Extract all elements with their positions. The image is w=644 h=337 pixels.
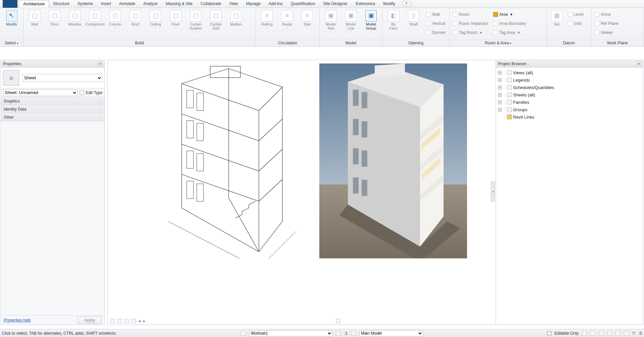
model-model-line-button[interactable]: ▣Model Line⌄ (341, 9, 361, 33)
tree-node-sheets-all-[interactable]: +⋮Sheets (all) (498, 91, 641, 98)
opening-dormer-button[interactable]: Dormer (425, 28, 447, 37)
tab-view[interactable]: View (225, 0, 242, 8)
properties-help-link[interactable]: Properties help (4, 318, 31, 323)
build-window-button[interactable]: ▢Window (65, 9, 85, 26)
filter-icon[interactable]: ▽ (632, 331, 635, 336)
tab-extensions[interactable]: Extensions (352, 0, 379, 8)
grid-button[interactable]: Grid (566, 19, 585, 28)
prop-category-graphics[interactable]: Graphics⌄ (1, 97, 104, 105)
type-selector[interactable]: Sheet (22, 74, 102, 82)
select-underlay-icon[interactable] (590, 331, 595, 336)
tree-node-views-all-[interactable]: +⋮Views (all) (498, 69, 641, 76)
show-workplane-button[interactable]: Show (593, 10, 620, 19)
crop-icon[interactable] (336, 319, 340, 323)
build-component-button[interactable]: ▢Component⌄ (85, 9, 105, 29)
area-button[interactable]: Area ▾ (492, 10, 527, 19)
tree-node-revit-links[interactable]: ⋮Revit Links (498, 113, 641, 121)
build-floor-button[interactable]: ▢Floor⌄ (166, 9, 185, 29)
edit-type-button[interactable]: Edit Type (80, 90, 102, 95)
tab-analyze[interactable]: Analyze (139, 0, 162, 8)
opening-vertical-button[interactable]: Vertical (425, 19, 447, 28)
tree-expand-icon[interactable]: + (498, 71, 502, 75)
tag-area-button[interactable]: Tag Area ▾ (492, 28, 527, 37)
room-button[interactable]: Room (452, 10, 490, 19)
level-button[interactable]: Level (566, 10, 585, 19)
instance-selector[interactable]: Sheet: Unnamed (3, 89, 78, 96)
tag-room-button[interactable]: Tag Room ▾ (452, 28, 490, 37)
tree-node-legends[interactable]: +⋮Legends (498, 76, 641, 84)
prop-category-other[interactable]: Other⌄ (1, 113, 104, 121)
tree-expand-icon[interactable] (498, 115, 502, 119)
tree-node-schedules-quantities[interactable]: +⋮Schedules/Quantities (498, 84, 641, 91)
tree-expand-icon[interactable]: + (498, 100, 502, 104)
build-ceiling-button[interactable]: ▢Ceiling⌄ (146, 9, 165, 29)
prop-category-identity[interactable]: Identity Data⌄ (1, 105, 104, 113)
group-label-select[interactable]: Select (1, 40, 22, 46)
datum-set-button[interactable]: ▦ Set (548, 9, 565, 26)
room-separator-button[interactable]: Room Separator (452, 19, 490, 28)
ref-plane-button[interactable]: Ref Plane (593, 19, 620, 28)
tab-quantification[interactable]: Quantification (286, 0, 319, 8)
tab-insert[interactable]: Insert (97, 0, 115, 8)
background-process-icon[interactable] (624, 331, 629, 336)
tree-expand-icon[interactable]: + (498, 78, 502, 82)
group-label-room-area[interactable]: Room & Area (451, 40, 545, 46)
visual-style-icon[interactable] (125, 319, 129, 323)
chevron-right-icon[interactable]: ▸ (143, 319, 145, 323)
tab-annotate[interactable]: Annotate (115, 0, 139, 8)
select-links-icon[interactable] (582, 331, 587, 336)
splitter-handle[interactable]: ◂ (491, 181, 495, 202)
tree-node-families[interactable]: +⋮Families (498, 98, 641, 106)
select-face-icon[interactable] (607, 331, 612, 336)
scale-icon[interactable] (110, 319, 115, 323)
detail-level-icon[interactable] (118, 319, 122, 323)
model-model-text-button[interactable]: ▣Model Text⌄ (321, 9, 340, 33)
build-column-button[interactable]: ▢Column⌄ (105, 9, 125, 29)
tab-massing-site[interactable]: Massing & Site (162, 0, 197, 8)
design-option-selector[interactable]: Main Model (359, 330, 423, 336)
build-wall-button[interactable]: ▢Wall⌄ (25, 9, 44, 29)
model-model-group-button[interactable]: ▣Model Group⌄ (361, 9, 381, 33)
build-mullion-button[interactable]: ▢Mullion (226, 9, 246, 26)
design-options-icon[interactable] (351, 331, 356, 336)
select-pinned-icon[interactable] (599, 331, 604, 336)
sun-path-icon[interactable] (132, 319, 136, 323)
build-curtain-system-button[interactable]: ▢Curtain System⌄ (186, 9, 205, 33)
tree-expand-icon[interactable]: + (498, 86, 502, 89)
workset-selector[interactable]: Workset1 (249, 330, 332, 336)
drag-elements-icon[interactable] (615, 331, 620, 336)
tree-node-groups[interactable]: +⋮Groups (498, 106, 641, 113)
opening-wall-button[interactable]: Wall (425, 10, 447, 19)
ribbon-display-options[interactable]: ▾ (402, 1, 411, 6)
tab-architecture[interactable]: Architecture (19, 0, 49, 8)
project-browser-close-icon[interactable]: ✕ (636, 61, 641, 66)
circ-railing-button[interactable]: ≡Railing⌄ (257, 9, 277, 29)
tab-site-designer[interactable]: Site Designer (319, 0, 352, 8)
build-door-button[interactable]: ▢Door (45, 9, 64, 26)
tab-collaborate[interactable]: Collaborate (197, 0, 225, 8)
tree-expand-icon[interactable]: + (498, 108, 502, 112)
workset-icon[interactable] (241, 331, 246, 336)
circ-stair-button[interactable]: ≡Stair⌄ (297, 9, 317, 29)
modify-button[interactable]: ↖ Modify (1, 9, 22, 26)
tab-modify[interactable]: Modify (379, 0, 399, 8)
tab-systems[interactable]: Systems (74, 0, 97, 8)
app-menu-button[interactable] (3, 0, 17, 8)
chevron-left-icon[interactable]: ◂ (139, 319, 141, 323)
editable-only-checkbox[interactable] (547, 331, 551, 335)
properties-close-icon[interactable]: ✕ (98, 61, 102, 66)
tree-expand-icon[interactable]: + (498, 93, 502, 97)
opening-by-face-button[interactable]: ◧ By Face (384, 9, 403, 30)
area-boundary-button[interactable]: Area Boundary (492, 19, 527, 28)
properties-apply-button[interactable]: Apply (78, 317, 102, 324)
workplane-viewer-button[interactable]: Viewer (593, 28, 620, 37)
tab-structure[interactable]: Structure (49, 0, 74, 8)
tab-manage[interactable]: Manage (242, 0, 265, 8)
stair-icon: ≡ (302, 10, 313, 22)
build-curtain-grid-button[interactable]: ▢Curtain Grid (206, 9, 226, 30)
circ-ramp-button[interactable]: ≡Ramp⌄ (277, 9, 297, 29)
opening-shaft-button[interactable]: ▯ Shaft (404, 9, 423, 26)
build-roof-button[interactable]: ▢Roof (126, 9, 145, 26)
tab-add-ins[interactable]: Add-Ins (265, 0, 286, 8)
active-workset-icon[interactable] (336, 331, 341, 336)
